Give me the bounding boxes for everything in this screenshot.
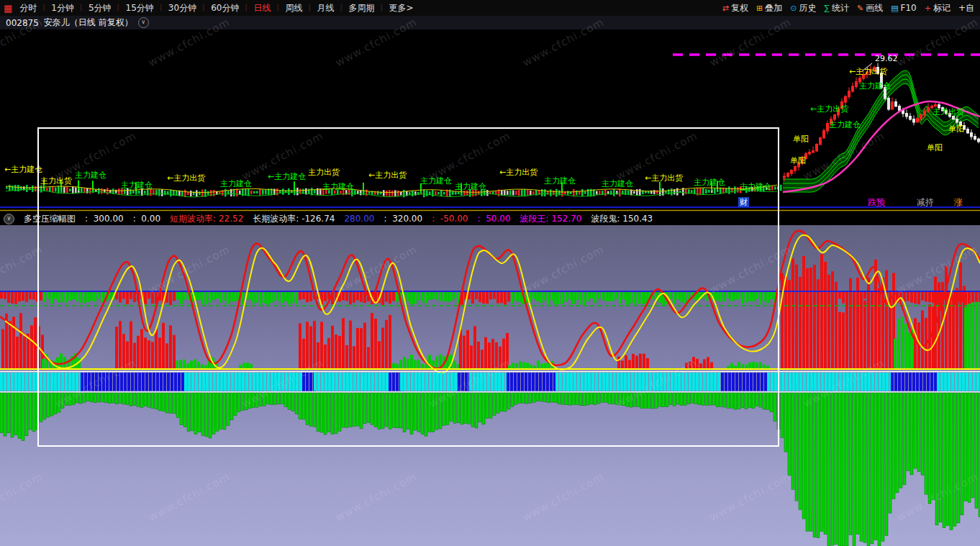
chart-annotation: 主力建仓 <box>420 176 452 186</box>
tool-label: 叠加 <box>765 2 782 14</box>
stock-code: 002875 <box>6 18 39 28</box>
indicator-value: 短期波动率: 22.52 <box>170 213 243 225</box>
chart-annotation: 主力建仓 <box>544 176 576 186</box>
toolbar-right: ⇄复权⊞叠加⊙历史∑统计✎画线▤F10+标记+自 <box>722 2 980 14</box>
tool-label: 统计 <box>832 2 849 14</box>
app-root: ▦ 分时丨1分钟丨5分钟丨15分钟丨30分钟丨60分钟丨日线丨周线丨月线丨多周期… <box>0 0 980 546</box>
indicator-value: : 320.00 <box>384 214 422 224</box>
tab-多周期[interactable]: 多周期 <box>345 2 377 14</box>
chart-annotation: ←主力出货 <box>167 173 205 183</box>
tool-复权[interactable]: ⇄复权 <box>722 2 748 14</box>
chart-annotation: 主力出货 <box>933 107 964 117</box>
tool-label: 复权 <box>731 2 748 14</box>
signal-label: 跌预 <box>868 197 885 207</box>
tab-15分钟[interactable]: 15分钟 <box>123 2 157 14</box>
tool-label: 画线 <box>866 2 883 14</box>
tab-周线[interactable]: 周线 <box>282 2 305 14</box>
main-chart[interactable]: 29.62←主力建仓主力出货主力建仓主力建仓←主力出货主力建仓←主力建仓主力出货… <box>0 29 980 212</box>
tab-separator: 丨 <box>200 3 207 13</box>
overlay-icon: ⊞ <box>756 4 763 13</box>
tool-label: 标记 <box>933 2 950 14</box>
indicator-value: : 300.00 <box>85 214 124 224</box>
indicator-value: 长期波动率: -126.74 <box>253 213 335 225</box>
indicator-header: ∨ 多空压缩幅图: 300.00: 0.00短期波动率: 22.52长期波动率:… <box>0 212 980 225</box>
indicator-panel[interactable] <box>0 225 980 546</box>
f10-info-icon: ▤ <box>891 4 898 13</box>
tab-separator: 丨 <box>242 3 250 13</box>
draw-line-icon: ✎ <box>857 4 863 13</box>
top-toolbar: ▦ 分时丨1分钟丨5分钟丨15分钟丨30分钟丨60分钟丨日线丨周线丨月线丨多周期… <box>0 0 980 17</box>
chart-annotation: 主力建仓 <box>121 181 153 190</box>
price-label: 29.62 <box>875 54 898 63</box>
tool-历史[interactable]: ⊙历史 <box>790 2 816 14</box>
tab-separator: 丨 <box>378 3 385 13</box>
chart-annotation: 主力出货 <box>308 168 340 177</box>
tool-label: F10 <box>901 3 917 13</box>
indicator-value: 波段王: 152.70 <box>520 213 582 225</box>
indicator-value: : -50.00 <box>432 214 468 224</box>
indicator-canvas[interactable] <box>0 225 980 546</box>
signal-label: 涨 <box>953 197 963 207</box>
chart-annotation: 主力建仓 <box>740 182 771 191</box>
tool-画线[interactable]: ✎画线 <box>857 2 883 14</box>
signal-label: 减持 <box>917 197 934 207</box>
tab-日线[interactable]: 日线 <box>250 2 273 14</box>
tab-60分钟[interactable]: 60分钟 <box>208 2 242 14</box>
tab-更多>[interactable]: 更多> <box>386 2 416 14</box>
collapse-icon[interactable]: ∨ <box>4 214 14 224</box>
tab-separator: 丨 <box>158 3 165 13</box>
tool-F10[interactable]: ▤F10 <box>891 3 917 13</box>
statistics-icon: ∑ <box>825 4 830 13</box>
tab-1分钟[interactable]: 1分钟 <box>48 2 77 14</box>
chart-annotation: ←主力出货 <box>368 170 407 180</box>
indicator-value: 280.00 <box>344 214 374 224</box>
indicator-name[interactable]: 多空压缩幅图 <box>24 213 76 225</box>
chart-annotation: 主力建仓 <box>75 170 106 180</box>
tab-separator: 丨 <box>78 3 85 13</box>
chart-annotation: ←主力建仓 <box>268 172 306 181</box>
tool-label: 历史 <box>799 2 817 14</box>
tab-30分钟[interactable]: 30分钟 <box>165 2 199 14</box>
history-icon: ⊙ <box>790 4 797 13</box>
tab-separator: 丨 <box>337 3 345 13</box>
tab-separator: 丨 <box>306 3 313 13</box>
chart-annotation: 单阳 <box>793 135 809 144</box>
mark-icon: + <box>925 4 931 13</box>
chart-annotation: 主力建仓 <box>220 179 252 188</box>
indicator-value: : 0.00 <box>133 214 160 224</box>
tool-叠加[interactable]: ⊞叠加 <box>756 2 782 14</box>
chart-annotation: 主力建仓 <box>322 182 354 191</box>
tool-标记[interactable]: +标记 <box>925 2 950 14</box>
chart-annotation: 主力建仓 <box>602 179 633 188</box>
tool-label: +自 <box>958 2 974 14</box>
tab-separator: 丨 <box>115 3 122 13</box>
tab-separator: 丨 <box>40 3 47 13</box>
chart-annotation: ←主力出货 <box>810 104 848 114</box>
chart-annotation: 主力建仓 <box>694 178 725 187</box>
stock-titlebar: 002875 安奈儿（日线 前复权） ∨ <box>0 16 980 29</box>
stock-name: 安奈儿（日线 前复权） <box>44 17 133 29</box>
main-chart-canvas[interactable]: 29.62←主力建仓主力出货主力建仓主力建仓←主力出货主力建仓←主力建仓主力出货… <box>0 29 980 212</box>
tab-月线[interactable]: 月线 <box>314 2 337 14</box>
chart-annotation: ←主力出货 <box>645 173 683 183</box>
chart-annotation: ←主力建仓 <box>4 165 42 174</box>
chart-annotation: ←主力出货 <box>499 168 537 177</box>
chart-annotation: 主力建仓 <box>455 182 486 191</box>
chevron-down-icon[interactable]: ∨ <box>138 17 149 28</box>
chart-annotation: ←主力出货 <box>849 67 887 76</box>
tool-统计[interactable]: ∑统计 <box>825 2 849 14</box>
chart-annotation: 单阳 <box>790 156 806 165</box>
adjust-rights-icon: ⇄ <box>722 4 729 13</box>
grid-menu-icon[interactable]: ▦ <box>4 3 12 14</box>
chart-annotation: 主力出货 <box>40 176 72 186</box>
chart-annotation: 单阳 <box>948 124 964 134</box>
tab-5分钟[interactable]: 5分钟 <box>86 2 114 14</box>
tab-separator: 丨 <box>274 3 281 13</box>
cai-badge: 财 <box>740 198 748 207</box>
indicator-value: : 50.00 <box>478 214 511 224</box>
tool-+自[interactable]: +自 <box>958 2 974 14</box>
chart-annotation: 主力建仓 <box>859 81 891 91</box>
chart-annotation: 单阳 <box>927 143 943 153</box>
chart-annotation: 主力建仓 <box>829 120 861 129</box>
tab-分时[interactable]: 分时 <box>17 2 40 14</box>
